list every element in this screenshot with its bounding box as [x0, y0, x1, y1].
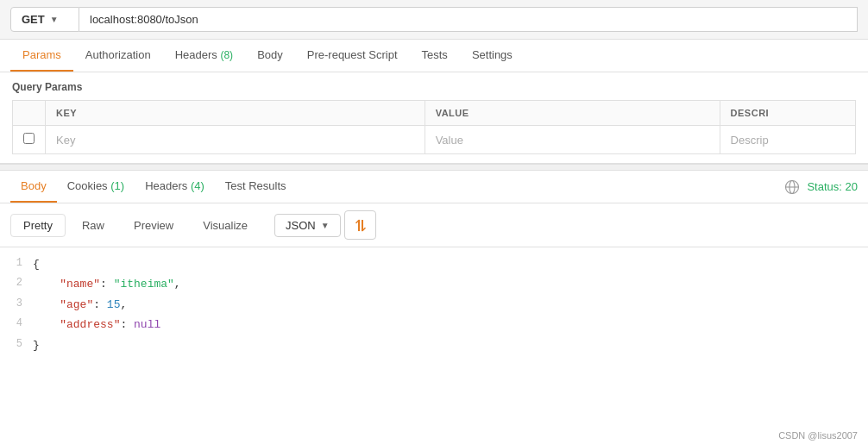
method-chevron: ▼ [50, 15, 59, 24]
json-format-select[interactable]: JSON ▼ [274, 214, 341, 237]
query-params-title: Query Params [12, 81, 856, 93]
query-params-section: Query Params KEY VALUE DESCRI Key Value [0, 72, 868, 164]
globe-icon [784, 179, 800, 195]
section-divider [0, 164, 868, 171]
response-tabs-bar: Body Cookies (1) Headers (4) Test Result… [0, 171, 868, 203]
response-status: Status: 20 [784, 179, 858, 195]
tab-headers[interactable]: Headers (8) [163, 40, 245, 72]
col-key: KEY [46, 101, 425, 126]
response-tab-testresults[interactable]: Test Results [215, 171, 297, 203]
response-tab-body[interactable]: Body [10, 171, 57, 203]
wrap-button[interactable]: ⇌ [344, 210, 376, 240]
tab-params[interactable]: Params [10, 40, 73, 72]
method-select[interactable]: GET ▼ [10, 7, 79, 32]
response-tab-headers[interactable]: Headers (4) [135, 171, 215, 203]
json-line-3: 3 "age": 15, [0, 295, 868, 315]
tab-settings[interactable]: Settings [460, 40, 525, 72]
tab-tests[interactable]: Tests [410, 40, 460, 72]
desc-cell[interactable]: Descrip [720, 126, 855, 154]
tab-authorization[interactable]: Authorization [73, 40, 163, 72]
method-label: GET [22, 13, 45, 26]
col-value: VALUE [425, 101, 720, 126]
response-tab-cookies[interactable]: Cookies (1) [57, 171, 135, 203]
json-line-4: 4 "address": null [0, 315, 868, 335]
col-checkbox [13, 101, 46, 126]
tab-body[interactable]: Body [245, 40, 295, 72]
status-text: Status: 20 [807, 180, 858, 193]
format-tab-preview[interactable]: Preview [121, 214, 186, 237]
json-line-2: 2 "name": "itheima", [0, 274, 868, 294]
params-table: KEY VALUE DESCRI Key Value Descrip [12, 100, 856, 154]
col-description: DESCRI [720, 101, 855, 126]
param-checkbox[interactable] [23, 133, 35, 144]
json-line-1: 1 { [0, 254, 868, 274]
wrap-icon: ⇌ [350, 219, 369, 232]
url-bar: GET ▼ [0, 0, 868, 40]
format-tab-raw[interactable]: Raw [69, 214, 117, 237]
value-cell[interactable]: Value [425, 126, 720, 154]
format-bar: Pretty Raw Preview Visualize JSON ▼ ⇌ [0, 203, 868, 247]
key-cell[interactable]: Key [46, 126, 425, 154]
format-tab-pretty[interactable]: Pretty [10, 214, 66, 237]
url-input[interactable] [79, 7, 858, 32]
tab-prerequest[interactable]: Pre-request Script [295, 40, 410, 72]
json-line-5: 5 } [0, 335, 868, 355]
request-tabs: Params Authorization Headers (8) Body Pr… [0, 40, 868, 72]
json-body: 1 { 2 "name": "itheima", 3 "age": 15, 4 … [0, 247, 868, 362]
table-row: Key Value Descrip [13, 126, 856, 154]
row-checkbox[interactable] [13, 126, 46, 154]
format-tab-visualize[interactable]: Visualize [190, 214, 261, 237]
